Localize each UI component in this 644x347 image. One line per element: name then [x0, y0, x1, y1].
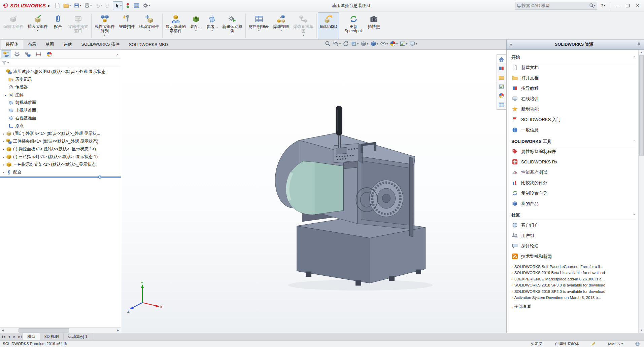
appearances-scenes-tab[interactable] — [497, 91, 506, 100]
tab-scroll-first-button[interactable]: ◀ — [1, 333, 6, 340]
ribbon-button-take-snapshot[interactable]: 拍快照 — [366, 12, 382, 39]
tree-item-mates[interactable]: ▸ 配合 — [0, 168, 121, 176]
ribbon-button-reference-geometry[interactable]: 参考... ▾ — [204, 12, 220, 39]
ribbon-button-assembly-features[interactable]: 装配... ▾ — [188, 12, 204, 39]
section-header-tools[interactable]: SOLIDWORKS 工具 ⌃ — [511, 139, 636, 146]
tab-scroll-last-button[interactable]: ▶ — [17, 333, 23, 340]
news-link[interactable]: ›Activation System Downtime on March 3, … — [511, 295, 636, 300]
globe-icon[interactable] — [635, 341, 640, 346]
search-scope-icon[interactable] — [517, 3, 522, 8]
print-button[interactable]: ▾ — [83, 1, 93, 10]
task-pane-item-new-document[interactable]: 新建文档 — [511, 62, 636, 73]
tab-layout[interactable]: 布局 — [23, 40, 41, 49]
ribbon-button-component-preview[interactable]: 零部件预览窗口 — [66, 12, 90, 39]
tree-item-sensors[interactable]: 传感器 — [0, 83, 121, 91]
hide-show-items-button[interactable]: ▾ — [380, 41, 388, 47]
tab-model[interactable]: 模型 — [23, 333, 40, 340]
tab-solidworks-mbd[interactable]: SOLIDWORKS MBD — [124, 40, 173, 49]
tab-propertymanager[interactable] — [12, 50, 22, 58]
save-button[interactable]: ▾ — [73, 1, 82, 10]
task-pane-item-customer-portal[interactable]: 客户门户 — [511, 220, 636, 230]
task-pane-item-getting-started[interactable]: SOLIDWORKS 入门 — [511, 114, 636, 125]
custom-properties-tab[interactable] — [497, 100, 506, 109]
ribbon-button-smart-fasteners[interactable]: 智能扣件 — [117, 12, 137, 39]
chevron-up-icon[interactable]: ⌃ — [633, 214, 636, 217]
ribbon-button-insert-component[interactable]: 插入零部件 ▾ — [26, 12, 50, 39]
rebuild-button[interactable] — [124, 1, 132, 10]
tree-item-history[interactable]: 历史记录 — [0, 76, 121, 83]
help-button[interactable]: ?▾ — [601, 3, 605, 8]
graphics-viewport[interactable]: Y X Z — [121, 50, 506, 333]
view-orientation-button[interactable]: ▾ — [361, 41, 368, 47]
tree-item-assembly-root[interactable]: 油压试验台总装图kf (默认<<默认>_外观 显示状态 — [0, 68, 121, 76]
zoom-to-fit-button[interactable] — [325, 41, 331, 47]
scroll-left-arrow-icon[interactable]: ◀ — [0, 329, 6, 332]
search-input[interactable] — [522, 3, 589, 8]
section-header-community[interactable]: 社区 ⌃ — [511, 212, 636, 220]
ribbon-button-instant3d[interactable]: Instant3D — [318, 12, 339, 39]
solidworks-resources-tab[interactable] — [497, 55, 506, 64]
tree-item-front-plane[interactable]: 前视基准面 — [0, 99, 121, 107]
view-all-link[interactable]: ›全部查看 — [511, 304, 636, 310]
tree-item-right-plane[interactable]: 右视基准面 — [0, 114, 121, 122]
news-link[interactable]: ›SOLIDWORKS 2018 SP3.0 is available for … — [511, 283, 636, 287]
news-link[interactable]: ›SOLIDWORKS 2019 Beta1 is available for … — [511, 270, 636, 275]
section-view-button[interactable]: ▾ — [351, 41, 359, 47]
ribbon-button-move-component[interactable]: 移动零部件 ▾ — [137, 12, 161, 39]
maximize-button[interactable] — [622, 1, 633, 11]
task-pane-item-compare-my-score[interactable]: 比较我的评分 — [511, 178, 636, 188]
menu-flyout-arrow-icon[interactable]: ▶ — [48, 4, 50, 7]
filter-funnel-icon[interactable] — [2, 60, 7, 65]
search-magnifier-icon[interactable] — [589, 3, 594, 8]
task-pane-item-discussion-forum[interactable]: 探讨论坛 — [511, 241, 636, 251]
tree-item-component-shell[interactable]: ▸ (固定) 外形壳<1> (默认<<默认>_外观 显示状... — [0, 130, 121, 138]
ribbon-button-new-motion-study[interactable]: 新建运动算例 — [220, 12, 244, 39]
tab-3d-views[interactable]: 3D 视图 — [40, 333, 64, 340]
task-pane-item-whats-new[interactable]: 新增功能 — [511, 104, 636, 114]
tab-motion-study-1[interactable]: 运动算例 1 — [64, 333, 92, 340]
select-tool-button[interactable]: ▾ — [113, 1, 123, 10]
scroll-right-arrow-icon[interactable]: ▶ — [115, 329, 121, 332]
chevron-up-icon[interactable]: ⌃ — [633, 140, 636, 144]
open-document-button[interactable]: ▾ — [62, 1, 72, 10]
file-properties-button[interactable] — [133, 1, 140, 10]
tree-item-component-control-panel[interactable]: ▸ (-) 操控面板<1> (默认<<默认>_显示状态 1>) — [0, 145, 121, 153]
tab-assembly[interactable]: 装配体 — [1, 40, 23, 49]
tab-solidworks-addins[interactable]: SOLIDWORKS 插件 — [77, 40, 124, 49]
zoom-to-area-button[interactable]: ▾ — [333, 41, 341, 47]
model-3d-view[interactable] — [121, 50, 506, 333]
new-document-button[interactable] — [54, 1, 61, 10]
redo-button[interactable] — [104, 1, 112, 10]
panel-flyout-expand-button[interactable]: › — [114, 52, 120, 57]
tree-item-component-indicator-light[interactable]: ▸ (-) 三色指示灯<1> (默认<<默认>_显示状态 1) — [0, 153, 121, 161]
tree-item-annotations[interactable]: ▸ 注解 — [0, 91, 121, 99]
task-pane-item-copy-settings-wizard[interactable]: 复制设置向导 — [511, 188, 636, 198]
tab-evaluate[interactable]: 评估 — [59, 40, 77, 49]
ribbon-button-linear-component-pattern[interactable]: 线性零部件阵列 ▾ — [93, 12, 117, 39]
chevron-up-icon[interactable]: ⌃ — [633, 56, 636, 60]
edit-pencil-icon[interactable] — [591, 341, 596, 346]
news-link[interactable]: ›3DEXPERIENCE Marketplace add-in 6.26.30… — [511, 277, 636, 281]
close-button[interactable]: ✕ — [633, 1, 643, 11]
view-settings-button[interactable]: ▾ — [409, 41, 417, 47]
vertical-scrollbar[interactable]: ▲ ▼ — [638, 50, 644, 333]
tab-displaymanager[interactable] — [44, 50, 54, 58]
tree-item-top-plane[interactable]: 上视基准面 — [0, 107, 121, 114]
scrollbar-thumb[interactable] — [639, 55, 644, 156]
news-link[interactable]: ›SOLIDWORKS Self-Paced eCourses: Free fo… — [511, 264, 636, 269]
design-library-tab[interactable] — [497, 64, 506, 73]
task-pane-item-property-tab-builder[interactable]: 属性标签编制程序 — [511, 146, 636, 157]
news-link[interactable]: ›SOLIDWORKS 2018 SP2.0 is available for … — [511, 289, 636, 294]
ribbon-button-show-hidden-components[interactable]: 显示隐藏的零部件 — [164, 12, 188, 39]
tab-dimxpertmanager[interactable] — [33, 50, 43, 58]
ribbon-button-update-speedpak[interactable]: 更新 Speedpak — [341, 12, 366, 39]
scrollbar-thumb[interactable] — [19, 328, 69, 333]
file-explorer-tab[interactable] — [497, 73, 506, 82]
tree-item-component-fixture-group[interactable]: ▸ 工件装夹组<1> (默认<<默认>_外观 显示状态) — [0, 138, 121, 145]
section-header-start[interactable]: 开始 ⌃ — [511, 54, 636, 62]
ribbon-button-exploded-view[interactable]: 爆炸视图 ▾ — [271, 12, 291, 39]
task-pane-item-online-training[interactable]: 在线培训 — [511, 93, 636, 104]
minimize-button[interactable]: — — [612, 1, 622, 11]
view-palette-tab[interactable] — [497, 82, 506, 91]
task-pane-item-tutorials[interactable]: 指导教程 — [511, 83, 636, 93]
